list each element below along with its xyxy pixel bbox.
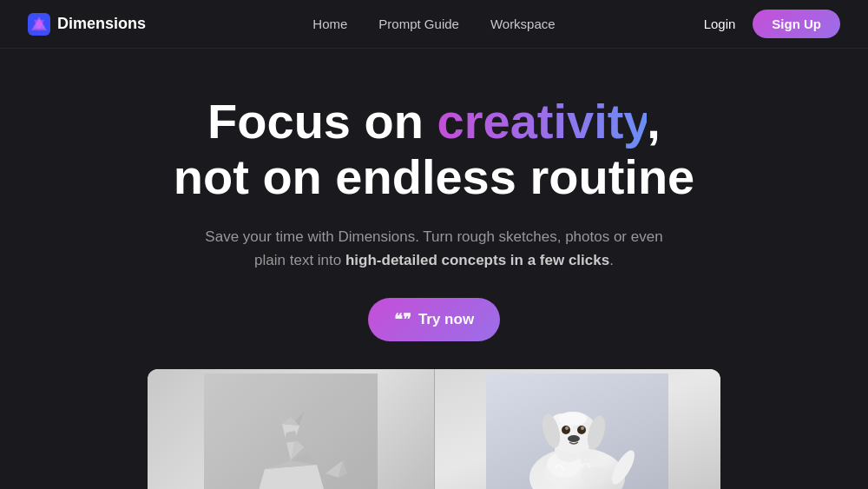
- logo[interactable]: Dimensions: [28, 13, 146, 36]
- demo-wrapper: [0, 369, 868, 489]
- login-button[interactable]: Login: [704, 17, 736, 31]
- nav-link-workspace[interactable]: Workspace: [490, 17, 556, 31]
- nav-links: Home Prompt Guide Workspace: [312, 17, 555, 31]
- hero-subtitle-bold: high-detailed concepts in a few clicks: [345, 252, 609, 268]
- hero-title-gradient: creativity: [437, 94, 648, 149]
- svg-point-36: [565, 426, 569, 430]
- logo-text: Dimensions: [57, 15, 146, 33]
- svg-point-38: [568, 435, 580, 442]
- svg-point-25: [581, 466, 608, 486]
- demo-left-panel: [148, 369, 435, 489]
- nav-link-prompt-guide[interactable]: Prompt Guide: [378, 17, 459, 31]
- demo-right-panel: [435, 369, 721, 489]
- hero-subtitle: Save your time with Dimensions. Turn rou…: [200, 225, 668, 272]
- hero-subtitle-plain2: .: [609, 252, 614, 268]
- poly-dog-visual: [148, 369, 434, 489]
- hero-title-line2: not on endless routine: [174, 149, 694, 204]
- navbar: Dimensions Home Prompt Guide Workspace L…: [0, 0, 868, 49]
- svg-point-31: [559, 412, 587, 426]
- nav-link-home[interactable]: Home: [312, 17, 347, 31]
- hero-title: Focus on creativity, not on endless rout…: [174, 94, 694, 206]
- svg-point-37: [581, 426, 584, 430]
- hero-title-plain1: Focus on: [207, 94, 437, 149]
- try-now-label: Try now: [418, 311, 474, 328]
- nav-actions: Login Sign Up: [704, 10, 840, 38]
- hero-section: Focus on creativity, not on endless rout…: [0, 49, 868, 369]
- demo-container: [148, 369, 720, 489]
- hero-title-comma: ,: [647, 94, 661, 149]
- logo-icon: [28, 13, 50, 36]
- signup-button[interactable]: Sign Up: [753, 10, 840, 38]
- real-dog-visual: [435, 369, 721, 489]
- try-now-button[interactable]: ❝❞ Try now: [368, 298, 500, 341]
- quote-icon: ❝❞: [394, 310, 411, 329]
